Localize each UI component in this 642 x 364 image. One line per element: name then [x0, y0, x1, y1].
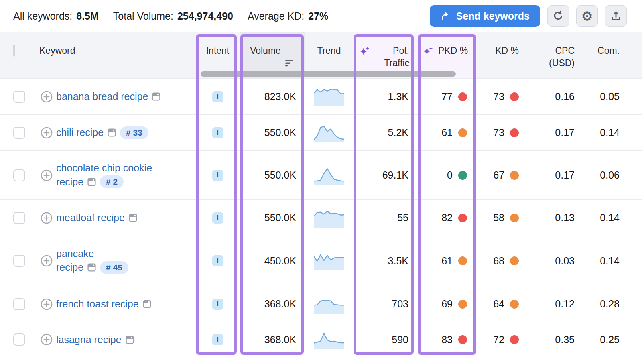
add-keyword-icon[interactable]: [40, 126, 53, 139]
trend-sparkline: [314, 330, 344, 349]
keyword-link[interactable]: recipe: [56, 262, 83, 273]
row-checkbox-cell: [0, 212, 35, 224]
row-checkbox[interactable]: [13, 212, 25, 224]
trend-sparkline: [314, 251, 344, 270]
cpc-cell: 0.35: [528, 334, 586, 346]
add-keyword-icon[interactable]: [40, 211, 53, 224]
pot-traffic-cell: 703: [353, 298, 417, 310]
keyword-text: banana bread recipe: [56, 91, 160, 102]
keyword-cell: chocolate chip cookie recipe # 2: [35, 162, 195, 188]
pkd-cell: 61: [417, 255, 477, 267]
stat-average-kd: Average KD: 27%: [248, 10, 328, 22]
position-badge: # 2: [100, 175, 124, 188]
volume-cell: 550.0K: [240, 169, 305, 181]
header-checkbox-cell: [0, 32, 35, 78]
row-checkbox-cell: [0, 91, 35, 103]
com-cell: 0.14: [586, 212, 642, 224]
pot-traffic-cell: 5.2K: [353, 127, 417, 138]
keyword-line: chili recipe # 33: [56, 126, 148, 139]
row-checkbox[interactable]: [13, 298, 25, 310]
table-body: banana bread recipe I 823.0K 1.3K 77 73 …: [0, 78, 642, 357]
table-row: lasagna recipe I 368.0K 590 83 72 0.35 0…: [0, 322, 642, 357]
select-all-checkbox[interactable]: [13, 45, 15, 57]
serp-preview-icon[interactable]: [152, 92, 160, 101]
keyword-line: recipe # 45: [56, 261, 128, 274]
trend-sparkline: [314, 208, 344, 228]
row-checkbox[interactable]: [13, 91, 25, 103]
keyword-link[interactable]: lasagna recipe: [56, 334, 122, 346]
kd-cell: 73: [477, 127, 528, 138]
pkd-cell: 0: [417, 169, 477, 181]
kd-cell: 68: [477, 255, 528, 267]
table-row: french toast recipe I 368.0K 703 69 64 0…: [0, 286, 642, 322]
volume-cell: 823.0K: [240, 91, 305, 102]
send-keywords-button[interactable]: Send keywords: [430, 5, 540, 27]
serp-preview-icon[interactable]: [143, 300, 151, 308]
stat-label: Average KD:: [248, 10, 304, 22]
keyword-text: meatloaf recipe: [56, 212, 137, 224]
row-checkbox[interactable]: [13, 127, 25, 139]
serp-preview-icon[interactable]: [108, 128, 116, 137]
keyword-link[interactable]: meatloaf recipe: [56, 212, 125, 224]
position-badge: # 45: [100, 261, 128, 274]
pkd-cell: 61: [417, 127, 477, 138]
intent-badge-informational: I: [212, 91, 223, 102]
row-checkbox[interactable]: [13, 255, 25, 267]
pot-traffic-cell: 55: [353, 212, 417, 224]
keyword-magic-table: All keywords: 8.5M Total Volume: 254,974…: [0, 0, 642, 364]
keyword-link[interactable]: pancake: [56, 248, 94, 260]
serp-preview-icon[interactable]: [87, 178, 96, 186]
intent-badge-informational: I: [212, 334, 223, 345]
keyword-link[interactable]: chocolate chip cookie: [56, 162, 152, 174]
trend-cell: [305, 295, 353, 314]
keyword-line: meatloaf recipe: [56, 212, 137, 224]
header-com: Com.: [586, 32, 642, 78]
difficulty-dot: [458, 214, 467, 222]
add-keyword-icon[interactable]: [40, 333, 53, 346]
serp-preview-icon[interactable]: [129, 214, 137, 222]
header-volume-label: Volume: [250, 45, 281, 57]
send-keywords-label: Send keywords: [456, 10, 530, 22]
trend-cell: [305, 166, 353, 185]
kd-cell: 67: [477, 169, 528, 181]
add-keyword-icon[interactable]: [40, 90, 53, 103]
keyword-line: recipe # 2: [56, 175, 152, 188]
table-row: chili recipe # 33 I 550.0K 5.2K 61 73 0.…: [0, 114, 642, 150]
kd-cell: 73: [477, 91, 528, 102]
row-checkbox[interactable]: [13, 169, 25, 181]
stat-label: Total Volume:: [113, 10, 173, 22]
intent-cell: I: [195, 299, 240, 310]
keyword-line: chocolate chip cookie: [56, 162, 152, 174]
trend-cell: [305, 251, 353, 270]
table-row: banana bread recipe I 823.0K 1.3K 77 73 …: [0, 78, 642, 114]
volume-cell: 368.0K: [240, 298, 305, 310]
add-keyword-icon[interactable]: [40, 169, 53, 182]
serp-preview-icon[interactable]: [126, 336, 134, 344]
keyword-link[interactable]: banana bread recipe: [56, 91, 148, 102]
keyword-link[interactable]: recipe: [56, 176, 83, 188]
add-keyword-icon[interactable]: [40, 254, 53, 267]
table-row: chocolate chip cookie recipe # 2 I 550.0…: [0, 150, 642, 199]
cpc-cell: 0.13: [528, 212, 586, 224]
add-keyword-icon[interactable]: [40, 298, 53, 311]
difficulty-dot: [510, 92, 519, 101]
horizontal-scrollbar[interactable]: [201, 71, 456, 77]
settings-button[interactable]: ⚙: [576, 5, 598, 27]
row-checkbox-cell: [0, 127, 35, 139]
pot-traffic-cell: 1.3K: [353, 91, 417, 102]
keyword-link[interactable]: french toast recipe: [56, 298, 139, 310]
export-button[interactable]: [605, 5, 627, 27]
keyword-text: pancake recipe # 45: [56, 248, 128, 274]
table-row: meatloaf recipe I 550.0K 55 82 58 0.13 0…: [0, 199, 642, 236]
trend-cell: [305, 87, 353, 106]
keyword-line: lasagna recipe: [56, 334, 134, 346]
refresh-button[interactable]: [547, 5, 569, 27]
keyword-link[interactable]: chili recipe: [56, 127, 104, 138]
difficulty-dot: [458, 171, 467, 180]
serp-preview-icon[interactable]: [87, 263, 96, 272]
intent-badge-informational: I: [212, 212, 223, 224]
keyword-text: lasagna recipe: [56, 334, 134, 346]
row-checkbox[interactable]: [13, 333, 25, 346]
difficulty-dot: [458, 335, 467, 344]
row-checkbox-cell: [0, 169, 35, 181]
